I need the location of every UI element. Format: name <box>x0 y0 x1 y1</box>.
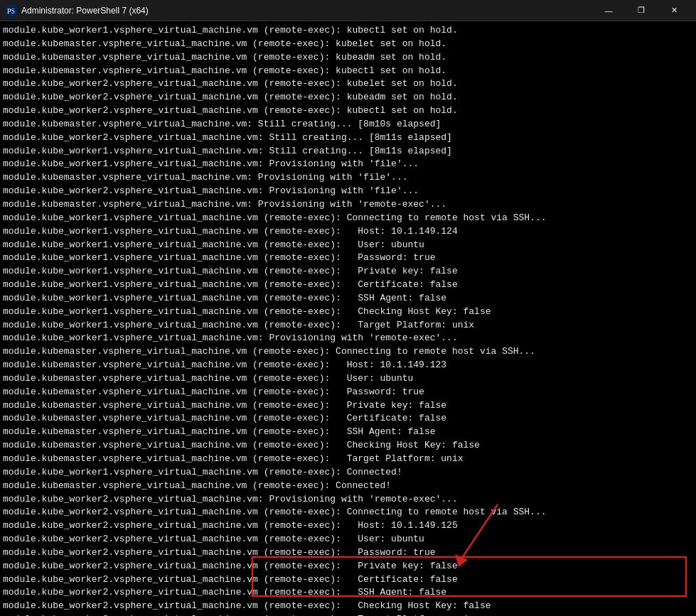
terminal-line: module.kube_worker1.vsphere_virtual_mach… <box>3 24 693 38</box>
terminal-line: module.kube_worker1.vsphere_virtual_mach… <box>3 252 693 265</box>
terminal-line: module.kube_worker1.vsphere_virtual_mach… <box>3 225 693 239</box>
terminal-line: module.kube_worker2.vsphere_virtual_mach… <box>3 91 693 104</box>
terminal-line: module.kube_worker2.vsphere_virtual_mach… <box>3 185 693 198</box>
terminal-line: module.kube_worker2.vsphere_virtual_mach… <box>3 586 693 600</box>
title-bar: PS Administrator: PowerShell 7 (x64) — ❐… <box>0 0 696 21</box>
terminal-line: module.kubemaster.vsphere_virtual_machin… <box>3 198 693 212</box>
terminal-line: module.kube_worker1.vsphere_virtual_mach… <box>3 332 693 345</box>
terminal-line: module.kube_worker1.vsphere_virtual_mach… <box>3 279 693 292</box>
terminal-line: module.kubemaster.vsphere_virtual_machin… <box>3 426 693 439</box>
window-controls: — ❐ ✕ <box>592 0 690 21</box>
terminal-line: module.kube_worker2.vsphere_virtual_mach… <box>3 533 693 546</box>
terminal-line: module.kubemaster.vsphere_virtual_machin… <box>3 453 693 466</box>
minimize-button[interactable]: — <box>592 0 625 21</box>
terminal-line: module.kube_worker1.vsphere_virtual_mach… <box>3 239 693 252</box>
terminal-line: module.kube_worker2.vsphere_virtual_mach… <box>3 131 693 145</box>
terminal-line: module.kubemaster.vsphere_virtual_machin… <box>3 372 693 386</box>
terminal-line: module.kubemaster.vsphere_virtual_machin… <box>3 345 693 359</box>
terminal-line: module.kubemaster.vsphere_virtual_machin… <box>3 412 693 426</box>
terminal-line: module.kubemaster.vsphere_virtual_machin… <box>3 359 693 372</box>
terminal-line: module.kube_worker2.vsphere_virtual_mach… <box>3 506 693 519</box>
terminal-line: module.kube_worker1.vsphere_virtual_mach… <box>3 466 693 480</box>
terminal-line: module.kubemaster.vsphere_virtual_machin… <box>3 171 693 185</box>
terminal-line: module.kube_worker2.vsphere_virtual_mach… <box>3 613 693 616</box>
terminal-line: module.kubemaster.vsphere_virtual_machin… <box>3 38 693 51</box>
terminal-line: module.kube_worker1.vsphere_virtual_mach… <box>3 212 693 225</box>
terminal-line: module.kubemaster.vsphere_virtual_machin… <box>3 65 693 78</box>
close-button[interactable]: ✕ <box>658 0 690 21</box>
terminal-line: module.kubemaster.vsphere_virtual_machin… <box>3 480 693 493</box>
terminal-line: module.kube_worker1.vsphere_virtual_mach… <box>3 145 693 158</box>
terminal-line: module.kube_worker2.vsphere_virtual_mach… <box>3 546 693 560</box>
terminal-line: module.kube_worker1.vsphere_virtual_mach… <box>3 292 693 306</box>
window-title: Administrator: PowerShell 7 (x64) <box>21 6 592 16</box>
terminal-line: module.kubemaster.vsphere_virtual_machin… <box>3 439 693 453</box>
maximize-button[interactable]: ❐ <box>625 0 658 21</box>
terminal-line: module.kubemaster.vsphere_virtual_machin… <box>3 118 693 131</box>
terminal-line: module.kube_worker2.vsphere_virtual_mach… <box>3 77 693 91</box>
terminal-line: module.kube_worker2.vsphere_virtual_mach… <box>3 560 693 573</box>
terminal-line: module.kube_worker2.vsphere_virtual_mach… <box>3 600 693 613</box>
terminal-wrapper: module.kube_worker1.vsphere_virtual_mach… <box>0 21 696 616</box>
terminal-line: module.kube_worker1.vsphere_virtual_mach… <box>3 158 693 171</box>
terminal-line: module.kube_worker1.vsphere_virtual_mach… <box>3 265 693 279</box>
terminal-line: module.kube_worker1.vsphere_virtual_mach… <box>3 306 693 319</box>
terminal-line: module.kubemaster.vsphere_virtual_machin… <box>3 386 693 399</box>
powershell-icon: PS <box>6 5 17 16</box>
terminal-line: module.kube_worker2.vsphere_virtual_mach… <box>3 104 693 118</box>
terminal-line: module.kube_worker1.vsphere_virtual_mach… <box>3 319 693 333</box>
terminal-line: module.kubemaster.vsphere_virtual_machin… <box>3 51 693 65</box>
svg-text:PS: PS <box>7 7 15 15</box>
terminal-line: module.kube_worker2.vsphere_virtual_mach… <box>3 519 693 533</box>
terminal-area[interactable]: module.kube_worker1.vsphere_virtual_mach… <box>0 21 696 616</box>
terminal-line: module.kube_worker2.vsphere_virtual_mach… <box>3 573 693 587</box>
terminal-line: module.kube_worker2.vsphere_virtual_mach… <box>3 493 693 507</box>
terminal-line: module.kubemaster.vsphere_virtual_machin… <box>3 399 693 413</box>
